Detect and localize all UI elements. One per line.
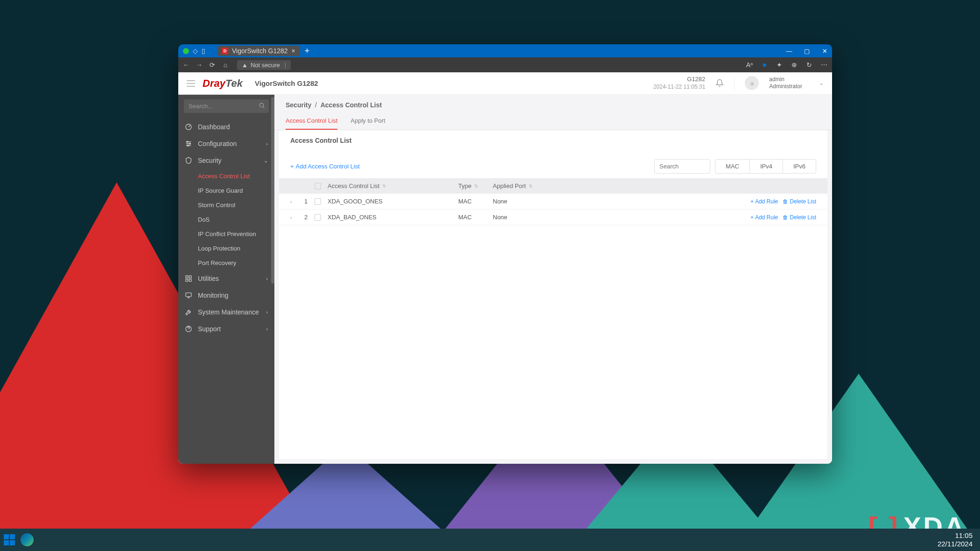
chevron-right-icon: › xyxy=(266,141,268,146)
delete-list-button[interactable]: 🗑Delete List xyxy=(783,214,816,221)
sidebar-item-security[interactable]: Security ⌄ xyxy=(178,152,274,169)
sidebar-scrollbar[interactable] xyxy=(271,97,274,284)
tab-apply-port[interactable]: Apply to Port xyxy=(350,112,385,130)
browser-titlebar: ◇ ▯ D VigorSwitch G1282 × + — ▢ ✕ xyxy=(178,44,832,57)
table-search-input[interactable] xyxy=(654,159,710,174)
window-traffic-light[interactable] xyxy=(183,48,189,54)
acl-table: Access Control List⇅ Type⇅ Applied Port⇅… xyxy=(279,178,827,225)
sidebar-item-ip-source-guard[interactable]: IP Source Guard xyxy=(198,183,274,198)
sort-icon[interactable]: ⇅ xyxy=(382,183,386,188)
sidebar-item-loop-protection[interactable]: Loop Protection xyxy=(198,241,274,256)
trash-icon: 🗑 xyxy=(783,198,788,205)
row-index: 2 xyxy=(304,214,315,221)
sidebar-search-input[interactable] xyxy=(184,99,269,113)
sidebar-item-configuration[interactable]: Configuration › xyxy=(178,135,274,152)
wrench-icon xyxy=(185,308,192,316)
new-tab-button[interactable]: + xyxy=(305,46,310,56)
add-rule-button[interactable]: +Add Rule xyxy=(750,198,778,205)
table-row: › 2 XDA_BAD_ONES MAC None +Add Rule 🗑Del… xyxy=(279,209,827,225)
edge-taskbar-icon[interactable] xyxy=(21,533,34,546)
delete-list-button[interactable]: 🗑Delete List xyxy=(783,198,816,205)
trash-icon: 🗑 xyxy=(783,214,788,221)
chevron-right-icon: › xyxy=(266,276,268,281)
acl-name: XDA_BAD_ONES xyxy=(328,214,458,221)
sort-icon[interactable]: ⇅ xyxy=(529,183,532,188)
app-root: DrayTek VigorSwitch G1282 G1282 2024-11-… xyxy=(178,72,832,464)
chevron-right-icon: › xyxy=(266,326,268,332)
type-filter-group: MAC IPv4 IPv6 xyxy=(715,159,816,174)
sidebar-item-monitoring[interactable]: Monitoring xyxy=(178,287,274,304)
avatar[interactable]: a xyxy=(745,76,759,90)
sliders-icon xyxy=(185,140,192,147)
breadcrumb: Security / Access Control List xyxy=(274,95,832,111)
user-menu-chevron[interactable]: ⌄ xyxy=(819,80,824,86)
start-button[interactable] xyxy=(4,534,15,545)
hamburger-button[interactable] xyxy=(187,80,195,87)
sidebar-item-support[interactable]: Support › xyxy=(178,321,274,337)
sync-icon[interactable]: ↻ xyxy=(805,61,813,69)
search-icon[interactable] xyxy=(259,102,265,110)
sidebar-item-port-recovery[interactable]: Port Recovery xyxy=(198,256,274,270)
sidebar-item-system-maintenance[interactable]: System Maintenance › xyxy=(178,304,274,321)
favorite-icon[interactable]: ★ xyxy=(760,61,769,69)
acl-port: None xyxy=(493,198,651,205)
system-clock[interactable]: 11:05 22/11/2024 xyxy=(938,531,976,548)
app-header: DrayTek VigorSwitch G1282 G1282 2024-11-… xyxy=(178,72,832,95)
sidebar-item-dos[interactable]: DoS xyxy=(198,212,274,227)
plus-icon: + xyxy=(750,198,754,205)
back-button[interactable]: ← xyxy=(182,61,190,69)
tab-acl[interactable]: Access Control List xyxy=(286,112,337,130)
table-row: › 1 XDA_GOOD_ONES MAC None +Add Rule 🗑De… xyxy=(279,194,827,209)
acl-type: MAC xyxy=(458,214,493,221)
browser-tab[interactable]: D VigorSwitch G1282 × xyxy=(217,46,300,56)
svg-point-4 xyxy=(187,145,189,146)
add-rule-button[interactable]: +Add Rule xyxy=(750,214,778,221)
close-window-button[interactable]: ✕ xyxy=(820,48,829,55)
tab-actions-icon[interactable]: ▯ xyxy=(199,47,208,55)
sidebar-item-acl[interactable]: Access Control List xyxy=(198,169,274,183)
extensions-icon[interactable]: ✦ xyxy=(775,61,784,69)
model-label: VigorSwitch G1282 xyxy=(255,79,318,87)
sidebar-item-dashboard[interactable]: Dashboard xyxy=(178,119,274,135)
expand-row-icon[interactable]: › xyxy=(290,215,292,220)
forward-button[interactable]: → xyxy=(195,61,203,69)
select-all-checkbox[interactable] xyxy=(315,183,321,189)
browser-toolbar: ← → ⟳ ⌂ ▲ Not secure | Aᵃ ★ ✦ ⊕ ↻ ⋯ xyxy=(178,57,832,72)
close-tab-icon[interactable]: × xyxy=(292,47,295,55)
panel-title: Access Control List xyxy=(279,130,827,151)
read-aloud-icon[interactable]: Aᵃ xyxy=(745,61,754,69)
filter-mac[interactable]: MAC xyxy=(715,160,749,173)
tab-title: VigorSwitch G1282 xyxy=(232,47,288,55)
maximize-button[interactable]: ▢ xyxy=(802,48,812,55)
browser-window: ◇ ▯ D VigorSwitch G1282 × + — ▢ ✕ ← → ⟳ … xyxy=(178,44,832,464)
settings-menu-icon[interactable]: ⋯ xyxy=(820,61,828,69)
content-tabs: Access Control List Apply to Port xyxy=(274,111,832,130)
chevron-right-icon: › xyxy=(266,309,268,315)
reload-button[interactable]: ⟳ xyxy=(208,61,217,69)
acl-type: MAC xyxy=(458,198,493,205)
address-bar[interactable]: ▲ Not secure | xyxy=(237,60,291,70)
monitor-icon xyxy=(185,292,192,299)
workspaces-icon[interactable]: ◇ xyxy=(191,47,199,55)
svg-rect-5 xyxy=(186,276,188,278)
sidebar-item-ip-conflict[interactable]: IP Conflict Prevention xyxy=(198,227,274,241)
row-checkbox[interactable] xyxy=(315,214,321,221)
svg-point-3 xyxy=(189,143,190,145)
home-button[interactable]: ⌂ xyxy=(221,61,230,69)
notifications-icon[interactable] xyxy=(715,79,724,87)
svg-rect-9 xyxy=(186,293,191,297)
filter-ipv4[interactable]: IPv4 xyxy=(749,160,783,173)
collections-icon[interactable]: ⊕ xyxy=(790,61,798,69)
add-acl-button[interactable]: + Add Access Control List xyxy=(290,163,360,170)
svg-point-0 xyxy=(259,103,263,107)
expand-row-icon[interactable]: › xyxy=(290,199,292,204)
filter-ipv6[interactable]: IPv6 xyxy=(783,160,816,173)
favicon-icon: D xyxy=(222,48,228,54)
sort-icon[interactable]: ⇅ xyxy=(474,183,478,188)
chevron-down-icon: ⌄ xyxy=(264,158,268,164)
row-checkbox[interactable] xyxy=(315,198,321,205)
row-index: 1 xyxy=(304,198,315,205)
sidebar-item-storm-control[interactable]: Storm Control xyxy=(198,198,274,212)
minimize-button[interactable]: — xyxy=(784,48,794,55)
sidebar-item-utilities[interactable]: Utilities › xyxy=(178,270,274,287)
